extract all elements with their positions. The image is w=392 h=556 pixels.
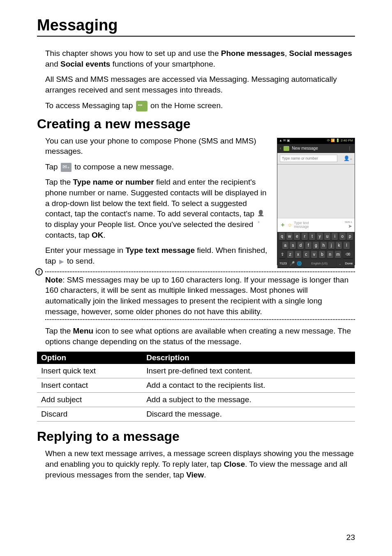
kb-key: m xyxy=(335,251,341,258)
text: . xyxy=(204,470,206,479)
td-desc: Discard the message. xyxy=(142,407,355,422)
bold-menu: Menu xyxy=(73,327,94,335)
td-option: Insert contact xyxy=(37,378,142,393)
kb-key: r xyxy=(302,233,308,240)
kb-symbols-key: ?123 xyxy=(278,260,288,267)
shot-status-bar: ▲ ✉ ▣ ⟳ 📶 🔋 2:40 PM xyxy=(277,138,355,144)
kb-key: p xyxy=(347,233,353,240)
kb-key: x xyxy=(295,251,301,258)
kb-globe-key: 🌐 xyxy=(296,260,302,267)
text: Tap the xyxy=(45,327,73,335)
table-row: Insert contact Add a contact to the reci… xyxy=(37,378,355,393)
recipient-input xyxy=(280,155,337,162)
menu-paragraph: Tap the Menu icon to see what options ar… xyxy=(45,326,355,347)
bold-ok: OK xyxy=(92,231,104,239)
td-option: Add subject xyxy=(37,393,142,407)
text: to display your People list. Once you've… xyxy=(45,220,253,239)
th-description: Description xyxy=(142,352,355,364)
overflow-menu-icon: ⋮ xyxy=(348,146,352,151)
kb-space-key: English (US) xyxy=(303,260,336,267)
kb-key: j xyxy=(328,242,334,249)
text: Tap the xyxy=(45,178,73,186)
kb-mic-key: 🎤 xyxy=(289,260,295,267)
page-title: Messaging xyxy=(37,16,355,37)
back-chevron-icon: ‹ xyxy=(280,146,281,151)
heading-replying: Replying to a message xyxy=(37,429,355,444)
send-icon: ➤ xyxy=(348,223,352,229)
intro-paragraph-1: This chapter shows you how to set up and… xyxy=(45,48,355,69)
kb-key: o xyxy=(339,233,346,240)
kb-done-key: Done xyxy=(344,260,354,267)
kb-period-key: . xyxy=(337,260,343,267)
note-paragraph: Note: SMS messages may be up to 160 char… xyxy=(45,275,355,317)
status-icons-right: ⟳ 📶 🔋 2:40 PM xyxy=(327,139,353,144)
kb-key: d xyxy=(297,242,304,249)
td-option: Insert quick text xyxy=(37,364,142,378)
kb-key: b xyxy=(319,251,325,258)
th-option: Option xyxy=(37,352,142,364)
intro-paragraph-3: To access Messaging tap on the Home scre… xyxy=(45,100,355,111)
envelope-icon xyxy=(284,146,289,151)
kb-delete-key: ⌫ xyxy=(343,251,353,258)
bold-type-text-message: Type text message xyxy=(125,246,195,255)
kb-key: w xyxy=(286,233,293,240)
kb-row-bottom: ?123 🎤 🌐 English (US) . Done xyxy=(277,259,355,268)
table-row: Discard Discard the message. xyxy=(37,407,355,422)
table-row: Insert quick text Insert pre-defined tex… xyxy=(37,364,355,378)
add-people-icon xyxy=(257,210,266,218)
kb-key: i xyxy=(332,233,338,240)
td-desc: Insert pre-defined text content. xyxy=(142,364,355,378)
text: to send. xyxy=(67,257,95,265)
kb-key: u xyxy=(324,233,330,240)
td-option: Discard xyxy=(37,407,142,422)
text: and xyxy=(45,60,60,68)
kb-key: s xyxy=(290,242,296,249)
options-table: Option Description Insert quick text Ins… xyxy=(37,352,355,422)
kb-shift-key: ⇧ xyxy=(279,251,285,258)
compose-message-icon xyxy=(61,163,71,172)
emoji-icon: ☺ xyxy=(287,222,292,228)
kb-key: y xyxy=(317,233,323,240)
td-desc: Add a contact to the recipients list. xyxy=(142,378,355,393)
kb-key: a xyxy=(282,242,288,249)
kb-key: c xyxy=(303,251,309,258)
compose-placeholder: Type text message xyxy=(294,221,309,229)
text: . xyxy=(104,231,106,239)
bold-phone-messages: Phone messages xyxy=(221,49,285,58)
bold-social-events: Social events xyxy=(60,60,110,68)
kb-row3: ⇧ z x c v b n m ⌫ xyxy=(277,250,355,259)
intro-paragraph-2: All SMS and MMS messages are accessed vi… xyxy=(45,74,355,95)
shot-recipient-row: 👤₊ xyxy=(277,153,355,164)
kb-key: t xyxy=(309,233,315,240)
messaging-app-icon xyxy=(136,101,148,111)
reply-paragraph-1: When a new text message arrives, a messa… xyxy=(45,448,355,480)
header-title: New message xyxy=(292,146,318,151)
page-number: 23 xyxy=(346,533,355,542)
td-desc: Add a subject to the message. xyxy=(142,393,355,407)
bold-type-name-number: Type name or number xyxy=(73,178,154,186)
shot-compose-bar: ＋ ☺ Type text message SMS:1 ➤ xyxy=(277,218,355,232)
add-contact-icon: 👤₊ xyxy=(344,155,352,161)
note-callout: ! Note: SMS messages may be up to 160 ch… xyxy=(45,271,355,320)
text: message xyxy=(294,225,309,229)
note-body: : SMS messages may be up to 160 characte… xyxy=(45,276,348,316)
note-label: Note xyxy=(45,276,62,284)
kb-key: h xyxy=(321,242,327,249)
text: To access Messaging tap xyxy=(45,101,135,110)
note-exclamation-icon: ! xyxy=(35,268,43,276)
text: functions of your smartphone. xyxy=(110,60,215,68)
kb-key: l xyxy=(344,242,350,249)
text: This chapter shows you how to set up and… xyxy=(45,49,221,58)
shot-keyboard: q w e r t y u i o p a s d f g h j k l ⇧ … xyxy=(277,232,355,268)
text: Tap xyxy=(45,162,60,171)
send-arrow-icon: ▶ xyxy=(59,257,64,266)
kb-key: e xyxy=(294,233,300,240)
kb-key: v xyxy=(311,251,317,258)
bold-close: Close xyxy=(224,460,245,468)
attach-add-icon: ＋ xyxy=(280,221,286,229)
shot-header: ‹ New message ⋮ xyxy=(277,144,355,153)
heading-creating-new-message: Creating a new message xyxy=(37,116,355,132)
shot-message-area xyxy=(277,164,355,218)
kb-key: n xyxy=(327,251,333,258)
kb-key: f xyxy=(305,242,311,249)
